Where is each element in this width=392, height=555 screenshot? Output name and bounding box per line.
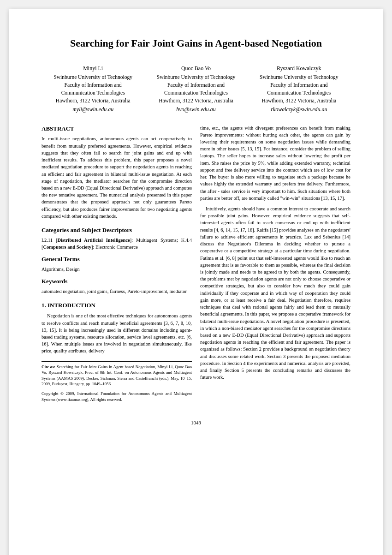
author-2-name: Quoc Bao Vo xyxy=(147,64,245,72)
footer-section: Cite as: Searching for Fair Joint Gains … xyxy=(42,361,192,403)
author-1-university: Swinburne University of Technology xyxy=(44,73,142,81)
abstract-text: In multi-issue negotiations, autonomous … xyxy=(42,135,192,220)
author-2-faculty-line1: Faculty of Information and xyxy=(147,81,245,89)
cite-text: Cite as: Searching for Fair Joint Gains … xyxy=(42,364,192,387)
intro-text: Negotiation is one of the most effective… xyxy=(42,312,192,354)
author-3-email: rkowalczyk@swin.edu.au xyxy=(250,105,348,113)
intro-label: 1. INTRODUCTION xyxy=(42,301,192,310)
author-3-faculty-line1: Faculty of Information and xyxy=(250,81,348,89)
author-1-email: myli@swin.edu.au xyxy=(44,105,142,113)
page: Searching for Fair Joint Gains in Agent-… xyxy=(9,9,383,555)
general-terms-text: Algorithms, Design xyxy=(42,266,192,273)
abstract-label: ABSTRACT xyxy=(42,125,192,133)
cite-body: Searching for Fair Joint Gains in Agent-… xyxy=(42,364,192,387)
author-2-address: Hawthorn, 3122 Victoria, Australia xyxy=(147,97,245,105)
two-col-layout: ABSTRACT In multi-issue negotiations, au… xyxy=(42,125,350,406)
author-3-address: Hawthorn, 3122 Victoria, Australia xyxy=(250,97,348,105)
author-col-1: Minyi Li Swinburne University of Technol… xyxy=(42,64,144,113)
right-p1: time, etc., the agents with divergent pr… xyxy=(200,125,350,202)
author-3-university: Swinburne University of Technology xyxy=(250,73,348,81)
author-3-name: Ryszard Kowalczyk xyxy=(250,64,348,72)
author-1-faculty-line2: Communication Technologies xyxy=(44,89,142,97)
categories-label: Categories and Subject Descriptors xyxy=(42,226,192,235)
author-1-address: Hawthorn, 3122 Victoria, Australia xyxy=(44,97,142,105)
author-2-university: Swinburne University of Technology xyxy=(147,73,245,81)
page-title: Searching for Fair Joint Gains in Agent-… xyxy=(42,37,350,50)
author-1-name: Minyi Li xyxy=(44,64,142,72)
author-col-3: Ryszard Kowalczyk Swinburne University o… xyxy=(248,64,350,113)
right-column: time, etc., the agents with divergent pr… xyxy=(200,125,350,406)
categories-text: I.2.11 [Distributed Artificial Intellige… xyxy=(42,237,192,251)
author-3-faculty-line2: Communication Technologies xyxy=(250,89,348,97)
keywords-text: automated negotiation, joint gains, fair… xyxy=(42,288,192,295)
author-1-faculty-line1: Faculty of Information and xyxy=(44,81,142,89)
left-column: ABSTRACT In multi-issue negotiations, au… xyxy=(42,125,192,406)
general-terms-label: General Terms xyxy=(42,255,192,264)
right-p2: Intuitively, agents should have a common… xyxy=(200,205,350,381)
copyright-text: Copyright © 2009, International Foundati… xyxy=(42,391,192,402)
authors-section: Minyi Li Swinburne University of Technol… xyxy=(42,64,350,113)
page-number: 1049 xyxy=(42,420,350,425)
author-col-2: Quoc Bao Vo Swinburne University of Tech… xyxy=(144,64,247,113)
keywords-label: Keywords xyxy=(42,277,192,286)
cite-label: Cite as: xyxy=(42,364,55,369)
author-2-faculty-line2: Communication Technologies xyxy=(147,89,245,97)
author-2-email: bvo@swin.edu.au xyxy=(147,105,245,113)
